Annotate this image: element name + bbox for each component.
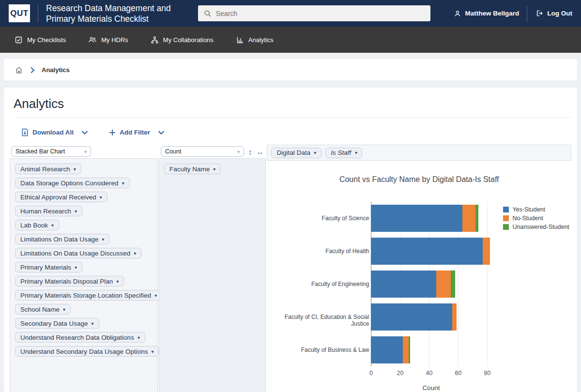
chevron-down-icon: ▾ [354, 150, 357, 155]
bar-row-faculty-of-health [371, 235, 491, 268]
breadcrumb-current[interactable]: Analytics [42, 66, 70, 74]
filter-pill-human-research[interactable]: Human Research▾ [15, 206, 82, 216]
nav-item-my-checklists[interactable]: My Checklists [15, 36, 66, 44]
bar-segment-yes-student [371, 238, 483, 265]
legend-item-yes-student[interactable]: Yes-Student [503, 206, 569, 213]
bar-stack [371, 271, 455, 298]
measure-value: Count [165, 148, 181, 155]
legend-item-no-student[interactable]: No-Student [503, 215, 569, 222]
swap-horizontal-icon[interactable]: ↔ [257, 148, 264, 155]
filter-pill-ethical-approval-received[interactable]: Ethical Approval Received▾ [15, 192, 107, 202]
bar-row-faculty-of-science [371, 202, 491, 235]
filter-pill-data-storage-options-considered[interactable]: Data Storage Options Considered▾ [15, 178, 130, 188]
series-pill-digital-data[interactable]: Digital Data▾ [271, 148, 321, 158]
filter-pill-understand-research-data-obligations[interactable]: Understand Research Data Obligations▾ [15, 332, 145, 343]
filter-pill-limitations-on-data-usage[interactable]: Limitations On Data Usage▾ [15, 234, 109, 244]
legend-item-unanswered-student[interactable]: Unanswered-Student [503, 224, 569, 230]
chevron-down-icon: ▾ [237, 149, 240, 154]
people-icon [88, 36, 97, 44]
filter-pill-lab-book[interactable]: Lab Book▾ [15, 220, 59, 230]
legend-swatch [503, 215, 509, 221]
user-menu[interactable]: Matthew Bellgard [454, 10, 520, 17]
series-pill-is-staff[interactable]: Is Staff▾ [325, 148, 362, 158]
chevron-down-icon: ▾ [122, 181, 124, 186]
measure-panel: Count ▾ ↕ ↔ Faculty Name ▾ [159, 145, 266, 392]
search-box[interactable] [198, 5, 430, 21]
header-divider-2 [527, 5, 527, 22]
legend-label: Unanswered-Student [512, 224, 569, 230]
user-name: Matthew Bellgard [465, 10, 520, 17]
add-filter-button[interactable]: Add Filter [109, 129, 150, 136]
category-label: Faculty of CI, Education & Social Justic… [267, 314, 369, 327]
qut-logo[interactable]: QUT [9, 4, 30, 22]
filter-pill-secondary-data-usage[interactable]: Secondary Data Usage▾ [15, 318, 99, 329]
chart-type-select[interactable]: Stacked Bar Chart ▾ [11, 146, 91, 157]
category-label: Faculty of Health [267, 248, 369, 255]
nav-item-analytics[interactable]: Analytics [236, 36, 274, 44]
filter-pill-limitations-on-data-usage-discussed[interactable]: Limitations On Data Usage Discussed▾ [15, 248, 141, 258]
download-options-chevron[interactable] [81, 130, 89, 136]
add-filter-chevron[interactable] [157, 130, 165, 136]
chevron-down-icon: ▾ [100, 195, 102, 200]
download-file-icon [21, 128, 29, 136]
app-title-line1: Research Data Management and [46, 3, 171, 14]
bar-row-faculty-of-engineering [371, 268, 491, 301]
search-icon [203, 9, 212, 17]
filter-pill-primary-materials-storage-location-specified[interactable]: Primary Materials Storage Location Speci… [15, 290, 162, 301]
category-label: Faculty of Business & Law [267, 347, 369, 353]
stacked-bar-chart: Count vs Faculty Name by Digital Data-Is… [267, 161, 571, 392]
app-header: QUT Research Data Management and Primary… [0, 0, 581, 27]
nav-item-my-hdrs[interactable]: My HDRs [88, 36, 128, 44]
filter-pill-primary-materials[interactable]: Primary Materials▾ [15, 262, 82, 272]
dimension-pill-faculty-name[interactable]: Faculty Name ▾ [164, 164, 221, 174]
search-input[interactable] [216, 10, 425, 17]
chevron-down-icon: ▾ [74, 166, 76, 172]
chevron-down-icon: ▾ [51, 223, 54, 228]
x-tick-label: 0 [363, 370, 379, 377]
chevron-down-icon: ▾ [314, 150, 316, 155]
checklist-icon [15, 36, 23, 44]
chevron-down-icon: ▾ [84, 149, 87, 154]
chevron-down-icon: ▾ [134, 251, 136, 256]
filter-pill-label: Primary Materials [20, 264, 71, 271]
bar-chart-icon [236, 36, 244, 44]
bar-row-faculty-of-ci-education-social-justice [371, 301, 491, 333]
legend-swatch [503, 207, 509, 212]
filter-pill-label: Primary Materials Disposal Plan [20, 278, 113, 285]
filter-pill-label: Primary Materials Storage Location Speci… [20, 292, 151, 299]
app-title: Research Data Management and Primary Mat… [46, 3, 171, 24]
filter-pill-label: School Name [20, 306, 60, 313]
plus-icon [109, 129, 116, 136]
download-all-button[interactable]: Download All [21, 128, 74, 136]
filter-pill-primary-materials-disposal-plan[interactable]: Primary Materials Disposal Plan▾ [15, 276, 124, 286]
bar-stack [371, 238, 490, 265]
swap-vertical-icon[interactable]: ↕ [248, 148, 252, 155]
legend-label: Yes-Student [512, 206, 545, 213]
x-tick-label: 60 [450, 370, 466, 377]
nav-item-my-collaborations[interactable]: My Collaborations [151, 36, 214, 44]
dimension-box: Faculty Name ▾ [159, 158, 266, 392]
filter-pill-animal-research[interactable]: Animal Research▾ [15, 164, 81, 174]
chevron-down-icon: ▾ [102, 237, 104, 242]
bar-segment-yes-student [371, 336, 403, 363]
bar-segment-unanswered-student [409, 336, 410, 363]
nav-item-label: My HDRs [101, 36, 128, 44]
analytics-panels: Stacked Bar Chart ▾ Animal Research▾Data… [10, 145, 571, 392]
filter-pill-label: Animal Research [20, 166, 70, 173]
filter-pill-school-name[interactable]: School Name▾ [15, 304, 71, 315]
dimension-pill-label: Faculty Name [169, 166, 210, 173]
x-tick-label: 20 [392, 370, 408, 377]
filter-pill-label: Understand Research Data Obligations [20, 334, 134, 341]
bar-stack [371, 303, 457, 331]
logout-button[interactable]: Log Out [535, 9, 572, 17]
home-icon[interactable] [15, 66, 23, 75]
person-icon [454, 10, 461, 17]
chart-panel: Digital Data▾Is Staff▾ Count vs Faculty … [267, 145, 571, 392]
bar-segment-no-student [403, 336, 409, 363]
x-tick-label: 80 [479, 370, 495, 377]
filter-list: Animal Research▾Data Storage Options Con… [10, 158, 158, 392]
filter-pill-understand-secondary-data-usage-options[interactable]: Understand Secondary Data Usage Options▾ [15, 346, 159, 357]
measure-select[interactable]: Count ▾ [161, 146, 244, 157]
category-label: Faculty of Engineering [267, 281, 369, 287]
chevron-right-icon [30, 67, 35, 74]
